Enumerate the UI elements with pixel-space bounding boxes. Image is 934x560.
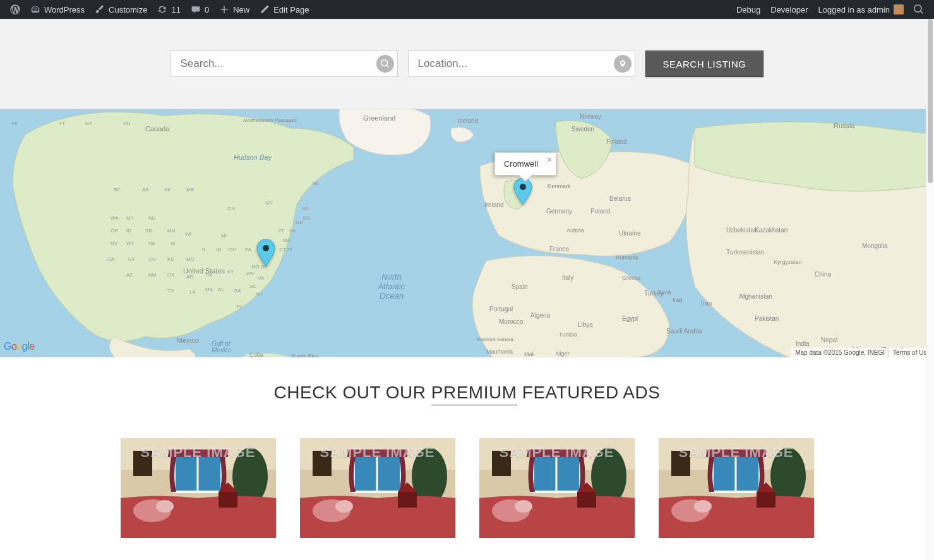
svg-text:Iceland: Iceland: [458, 117, 478, 124]
svg-text:MI: MI: [221, 233, 227, 239]
wordpress-icon: [10, 4, 20, 15]
customize-label: Customize: [109, 5, 147, 15]
comments-link[interactable]: 0: [186, 0, 214, 19]
map-infowindow: Cromwell ×: [494, 152, 556, 176]
svg-text:Cuba: Cuba: [249, 352, 263, 357]
account-link[interactable]: Logged in as admin: [813, 0, 909, 19]
search-bar: SEARCH LISTING: [0, 19, 934, 109]
updates-link[interactable]: 11: [152, 0, 185, 19]
location-input[interactable]: [408, 51, 635, 77]
svg-text:AL: AL: [218, 287, 224, 292]
comments-count: 0: [205, 5, 209, 15]
search-icon: [914, 4, 924, 15]
map-marker[interactable]: [513, 178, 532, 207]
svg-text:CO: CO: [148, 256, 156, 262]
svg-rect-167: [757, 492, 775, 508]
svg-text:Kyrgyzstan: Kyrgyzstan: [774, 259, 802, 265]
svg-text:Tunisia: Tunisia: [559, 331, 577, 338]
svg-text:OK: OK: [167, 272, 175, 278]
location-icon[interactable]: [614, 55, 632, 73]
svg-text:NV: NV: [111, 241, 118, 246]
site-name-link[interactable]: WordPress: [25, 0, 90, 19]
svg-text:Turkmenistan: Turkmenistan: [726, 249, 764, 256]
svg-rect-155: [577, 492, 596, 508]
adminbar-search[interactable]: [909, 0, 929, 19]
svg-point-130: [156, 500, 174, 513]
svg-rect-143: [398, 492, 417, 508]
svg-text:OH: OH: [229, 247, 236, 253]
svg-text:SD: SD: [145, 228, 152, 234]
svg-text:ND: ND: [148, 215, 156, 221]
svg-text:Mongolia: Mongolia: [862, 242, 888, 249]
svg-text:Denmark: Denmark: [548, 183, 571, 189]
svg-text:MB: MB: [186, 187, 194, 193]
infowindow-close-icon[interactable]: ×: [547, 155, 552, 164]
svg-text:Saudi Arabia: Saudi Arabia: [666, 328, 702, 335]
svg-text:MA: MA: [283, 237, 291, 243]
svg-text:Ocean: Ocean: [380, 291, 404, 301]
svg-text:Russia: Russia: [834, 122, 856, 129]
developer-link[interactable]: Developer: [765, 0, 813, 19]
listing-card[interactable]: SAMPLE IMAGE: [479, 438, 635, 538]
svg-text:LA: LA: [189, 289, 196, 295]
svg-text:Pakistan: Pakistan: [755, 315, 779, 322]
svg-point-142: [335, 500, 353, 513]
svg-text:AR: AR: [186, 274, 193, 280]
watermark: SAMPLE IMAGE: [659, 444, 814, 461]
watermark: SAMPLE IMAGE: [479, 444, 635, 461]
scrollbar[interactable]: [926, 19, 934, 560]
svg-text:TN: TN: [205, 272, 212, 278]
svg-text:YT: YT: [59, 121, 65, 126]
search-icon[interactable]: [376, 55, 394, 73]
svg-text:AB: AB: [142, 187, 149, 193]
svg-text:MN: MN: [167, 228, 176, 234]
svg-text:Kazakhstan: Kazakhstan: [755, 227, 787, 234]
map-data-label: Map data ©2015 Google, INEGI: [791, 348, 889, 357]
svg-text:France: France: [549, 246, 570, 253]
update-icon: [157, 4, 167, 15]
svg-text:Austria: Austria: [566, 227, 584, 234]
svg-text:VA: VA: [258, 275, 265, 281]
updates-count: 11: [171, 5, 180, 15]
svg-text:NM: NM: [148, 272, 157, 278]
keyword-input[interactable]: [171, 51, 398, 77]
svg-text:Iran: Iran: [701, 300, 712, 307]
svg-text:BC: BC: [114, 187, 121, 193]
google-logo: Google: [4, 341, 35, 352]
svg-text:NC: NC: [256, 291, 263, 297]
svg-text:OR: OR: [111, 228, 118, 234]
plus-icon: [219, 4, 229, 15]
new-content-link[interactable]: New: [214, 0, 254, 19]
svg-text:SC: SC: [249, 283, 256, 289]
debug-link[interactable]: Debug: [731, 0, 765, 19]
svg-text:Western Sahara: Western Sahara: [477, 337, 513, 342]
svg-text:Poland: Poland: [590, 208, 610, 215]
svg-text:ON: ON: [227, 206, 235, 211]
listing-card[interactable]: SAMPLE IMAGE: [121, 438, 276, 538]
svg-text:NB: NB: [302, 206, 309, 211]
svg-text:Uzbekistan: Uzbekistan: [726, 227, 757, 234]
svg-text:Libya: Libya: [578, 321, 593, 328]
listing-image: SAMPLE IMAGE: [479, 438, 635, 538]
watermark: SAMPLE IMAGE: [300, 444, 455, 461]
svg-text:ME: ME: [296, 220, 303, 225]
wp-logo-menu[interactable]: [5, 0, 25, 19]
svg-text:Syria: Syria: [658, 289, 671, 295]
keyword-search-wrap: [171, 51, 398, 77]
svg-text:Mexico: Mexico: [177, 337, 199, 344]
listing-card[interactable]: SAMPLE IMAGE: [300, 438, 455, 538]
scrollbar-thumb[interactable]: [928, 19, 933, 183]
svg-text:WA: WA: [111, 215, 119, 221]
edit-page-link[interactable]: Edit Page: [254, 0, 314, 19]
svg-text:RI: RI: [287, 247, 292, 253]
edit-page-label: Edit Page: [273, 5, 309, 15]
svg-text:MO: MO: [186, 256, 195, 262]
map-marker[interactable]: [256, 239, 275, 268]
map[interactable]: North Atlantic Ocean Hudson Bay Gulf of …: [0, 109, 934, 357]
customize-link[interactable]: Customize: [90, 0, 152, 19]
svg-text:NT: NT: [85, 121, 92, 126]
listing-card[interactable]: SAMPLE IMAGE: [659, 438, 814, 538]
svg-text:Niger: Niger: [556, 350, 570, 357]
svg-text:GA: GA: [234, 288, 241, 294]
search-listing-button[interactable]: SEARCH LISTING: [645, 51, 763, 77]
